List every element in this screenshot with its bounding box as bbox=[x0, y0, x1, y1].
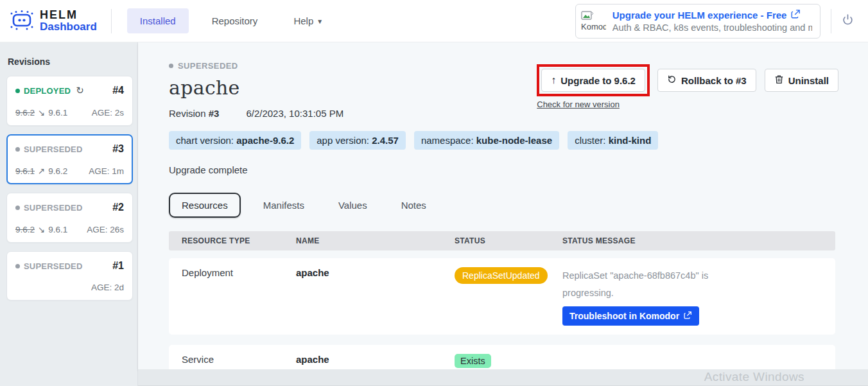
banner-title[interactable]: Upgrade your HELM experience - Free bbox=[612, 10, 787, 21]
resources-table: RESOURCE TYPE NAME STATUS STATUS MESSAGE… bbox=[169, 231, 835, 377]
tab-resources[interactable]: Resources bbox=[169, 193, 241, 218]
status-message: ReplicaSet "apache-68fb867c4b" is progre… bbox=[562, 267, 825, 302]
windows-taskbar-area: Activate Windows bbox=[138, 369, 868, 386]
brand-name: HELM bbox=[40, 9, 97, 21]
revision-age: AGE: 26s bbox=[87, 225, 124, 234]
revision-age: AGE: 2s bbox=[92, 108, 124, 118]
old-version: 9.6.1 bbox=[15, 166, 35, 176]
old-version: 9.6.2 bbox=[15, 225, 35, 234]
reload-icon: ↻ bbox=[76, 85, 84, 96]
detail-tabs: Resources Manifests Values Notes bbox=[169, 193, 868, 218]
col-status-message: STATUS MESSAGE bbox=[550, 236, 835, 245]
status-dot bbox=[15, 264, 20, 268]
revision-status: SUPERSEDED bbox=[24, 203, 83, 213]
namespace-badge: namespace: kube-node-lease bbox=[414, 131, 559, 150]
version-arrow-icon: ↗ bbox=[38, 166, 45, 176]
resource-type: Service bbox=[169, 354, 283, 368]
chart-version-badge: chart version: apache-9.6.2 bbox=[169, 131, 301, 150]
upgrade-button[interactable]: ↑ Upgrade to 9.6.2 bbox=[541, 69, 645, 92]
troubleshoot-komodor-button[interactable]: Troubleshoot in Komodor bbox=[562, 306, 699, 326]
annotation-highlight-box: ↑ Upgrade to 9.6.2 bbox=[537, 64, 650, 96]
revisions-title: Revisions bbox=[8, 57, 133, 67]
banner-subtitle: Auth & RBAC, k8s events, troubleshooting… bbox=[612, 22, 812, 33]
revision-status: SUPERSEDED bbox=[24, 145, 83, 154]
tab-manifests[interactable]: Manifests bbox=[252, 194, 316, 216]
new-version: 9.6.1 bbox=[48, 108, 67, 118]
power-shutdown-icon[interactable] bbox=[842, 13, 854, 28]
new-version: 9.6.1 bbox=[48, 225, 67, 234]
uninstall-button[interactable]: Uninstall bbox=[765, 69, 838, 92]
col-status: STATUS bbox=[442, 236, 550, 245]
cluster-badge: cluster: kind-kind bbox=[568, 131, 658, 150]
table-header: RESOURCE TYPE NAME STATUS STATUS MESSAGE bbox=[169, 231, 835, 250]
komodor-banner[interactable]: Komod Upgrade your HELM experience - Fre… bbox=[575, 4, 820, 39]
trash-icon bbox=[774, 75, 784, 86]
resource-name: apache bbox=[283, 267, 442, 326]
app-version-badge: app version: 2.4.57 bbox=[309, 131, 406, 150]
revision-status: DEPLOYED bbox=[24, 86, 71, 96]
external-link-icon bbox=[791, 9, 801, 21]
komodor-alt-text: Komod bbox=[581, 22, 606, 31]
status-dot bbox=[15, 89, 20, 93]
revision-card-2[interactable]: SUPERSEDED #2 9.6.2 ↘ 9.6.1 AGE: 26s bbox=[6, 193, 133, 243]
release-actions: ↑ Upgrade to 9.6.2 Check for new version… bbox=[537, 69, 838, 109]
revision-age: AGE: 1m bbox=[89, 166, 124, 176]
rollback-button[interactable]: Rollback to #3 bbox=[657, 69, 756, 92]
col-name: NAME bbox=[283, 236, 442, 245]
resource-name: apache bbox=[283, 354, 442, 368]
tab-notes[interactable]: Notes bbox=[390, 194, 438, 216]
top-bar: HELM Dashboard Installed Repository Help… bbox=[0, 0, 868, 42]
up-arrow-icon: ↑ bbox=[551, 75, 556, 86]
revision-label: Revision #3 bbox=[169, 108, 219, 119]
revision-number: #3 bbox=[112, 143, 124, 155]
status-dot bbox=[15, 206, 20, 210]
rollback-icon bbox=[667, 75, 677, 86]
status-badge: Exists bbox=[455, 354, 491, 368]
helm-dashboard-logo[interactable]: HELM Dashboard bbox=[9, 9, 97, 33]
release-detail-panel: SUPERSEDED apache Revision #3 6/2/2023, … bbox=[138, 42, 868, 369]
col-resource-type: RESOURCE TYPE bbox=[169, 236, 283, 245]
tab-repository[interactable]: Repository bbox=[199, 8, 271, 33]
revision-date: 6/2/2023, 10:31:05 PM bbox=[246, 108, 343, 119]
revision-card-3[interactable]: SUPERSEDED #3 9.6.1 ↗ 9.6.2 AGE: 1m bbox=[6, 134, 133, 184]
tab-help[interactable]: Help▼ bbox=[281, 8, 336, 33]
broken-image-icon bbox=[581, 11, 594, 22]
old-version: 9.6.2 bbox=[15, 108, 35, 118]
revision-number: #4 bbox=[112, 85, 124, 96]
release-metadata: chart version: apache-9.6.2 app version:… bbox=[169, 131, 868, 150]
table-row: Deployment apache ReplicaSetUpdated Repl… bbox=[169, 258, 835, 335]
release-description: Upgrade complete bbox=[169, 164, 868, 175]
revision-number: #1 bbox=[112, 260, 124, 272]
activate-windows-watermark: Activate Windows bbox=[704, 370, 804, 384]
chevron-down-icon: ▼ bbox=[317, 18, 323, 25]
status-dot bbox=[169, 64, 173, 68]
resource-type: Deployment bbox=[169, 267, 283, 326]
new-version: 9.6.2 bbox=[48, 166, 67, 176]
release-status: SUPERSEDED bbox=[178, 61, 238, 71]
revision-age: AGE: 2d bbox=[91, 283, 124, 292]
brand-subname: Dashboard bbox=[40, 21, 97, 33]
tab-values[interactable]: Values bbox=[327, 194, 379, 216]
status-dot bbox=[15, 147, 20, 152]
komodor-logo-broken-image: Komod bbox=[581, 11, 606, 31]
main-nav: Installed Repository Help▼ bbox=[127, 8, 336, 33]
revision-card-1[interactable]: SUPERSEDED #1 AGE: 2d bbox=[6, 251, 133, 301]
version-arrow-icon: ↘ bbox=[38, 107, 45, 118]
status-badge: ReplicaSetUpdated bbox=[455, 267, 548, 284]
version-arrow-icon: ↘ bbox=[38, 224, 45, 234]
revisions-sidebar: Revisions DEPLOYED ↻ #4 9.6.2 ↘ 9.6.1 AG… bbox=[0, 42, 138, 386]
help-label: Help bbox=[293, 15, 313, 26]
external-link-icon bbox=[684, 311, 692, 321]
helm-logo-icon bbox=[9, 9, 35, 33]
revision-status: SUPERSEDED bbox=[24, 261, 83, 271]
tab-installed[interactable]: Installed bbox=[127, 8, 189, 33]
revision-number: #2 bbox=[112, 202, 124, 213]
header-divider bbox=[111, 9, 112, 33]
check-new-version-link[interactable]: Check for new version bbox=[537, 100, 650, 109]
revision-card-4[interactable]: DEPLOYED ↻ #4 9.6.2 ↘ 9.6.1 AGE: 2s bbox=[6, 76, 133, 126]
